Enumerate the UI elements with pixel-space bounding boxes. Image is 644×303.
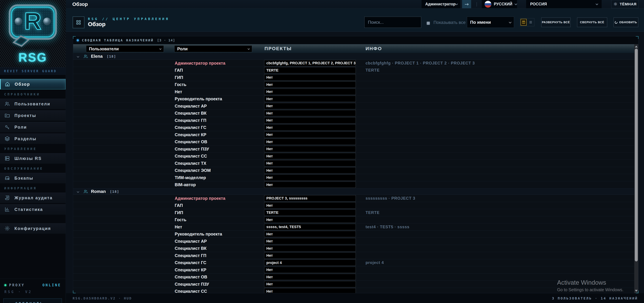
sidebar-item-gateways[interactable]: Шлюзы RS [0,153,66,164]
role-assignment-row: Специалист КРНет [73,266,634,273]
projects-input[interactable]: Нет [264,74,356,81]
panel-corner [636,36,638,39]
role-label: Специалист ПЗУ [175,146,209,151]
role-assignment-row: ГостьНет [73,216,634,223]
projects-input[interactable]: TERTE [264,67,356,73]
role-assignment-row: ГАПНет [73,202,634,209]
projects-input[interactable]: Нет [264,139,356,145]
country-dropdown[interactable]: РОССИЯ [526,0,602,8]
logo-bolt-right [43,18,51,25]
projects-input[interactable]: Нет [264,89,356,95]
role-label: Специалист КР [175,132,206,137]
users-column-dropdown[interactable]: Пользователи [86,46,164,52]
projects-input[interactable]: Нет [264,267,356,273]
role-label: Специалист ЭОМ [175,168,211,173]
search-input[interactable]: Поиск... [364,17,421,28]
breadcrumb: RSG // ЦЕНТР УПРАВЛЕНИЯ [88,17,169,21]
users-icon [4,101,10,107]
projects-input[interactable]: TERTE [264,209,356,216]
role-label: Специалист ГП [175,253,206,258]
info-column-header: ИНФО [366,46,382,51]
projects-input[interactable]: Нет [264,174,356,181]
projects-input[interactable]: Нет [264,274,356,280]
chevron-down-icon [77,190,79,193]
projects-input[interactable]: Нет [264,131,356,138]
list-view-toggle[interactable] [528,19,534,26]
role-assignment-row: Специалист ВКНет [73,245,634,252]
role-label: Специалист ГС [175,125,206,130]
topbar: Обзор Администратор → РУССКИЙ РОССИЯ ☼ Т… [66,0,644,9]
projects-input[interactable]: Нет [264,103,356,109]
refresh-button[interactable]: ОБНОВИТЬ [614,18,638,27]
expand-all-button[interactable]: РАЗВЕРНУТЬ ВСЁ [541,18,570,27]
show-all-checkbox[interactable] [426,22,430,25]
sidebar-item-backups[interactable]: Бэкапы [0,173,66,183]
user-menu-dropdown[interactable]: Администратор [422,0,460,8]
user-role-count-badge: [18] [106,54,116,58]
server-icon [4,156,10,161]
role-assignment-row: Специалист ГПНет [73,117,634,124]
table-view-icon [522,20,526,24]
role-assignment-row: Специалист ГПНет [73,252,634,259]
sidebar-item-projects[interactable]: Проекты [0,110,66,121]
chevron-down-icon [77,55,79,57]
app-version: RSG · V2 [0,287,66,294]
role-assignment-row: Специалист ПЗУНет [73,145,634,153]
projects-input[interactable]: Нет [264,124,356,131]
sidebar-collapse-button[interactable]: < СВЕРНУТЬ [3,298,62,303]
role-label: ГИП [175,210,183,215]
user-group-row[interactable]: Roman[18] [73,188,634,195]
role-label: ГАП [175,68,183,73]
sidebar-item-users[interactable]: Пользователи [0,99,66,109]
sidebar-item-sections[interactable]: Разделы [0,134,66,144]
projects-input[interactable]: Нет [264,167,356,174]
projects-input[interactable]: Нет [264,231,356,237]
sidebar-item-stats[interactable]: Статистика [0,204,66,215]
projects-input[interactable]: Нет [264,202,356,209]
projects-input[interactable]: PROJECT 3, sssssssss [264,195,356,201]
role-assignment-row: Специалист ТХНет [73,160,634,167]
projects-input[interactable]: Нет [264,281,356,287]
scrollbar-thumb[interactable] [635,49,638,261]
projects-input[interactable]: project 4 [264,259,356,266]
sort-dropdown[interactable]: По имени [467,17,514,28]
user-group-row[interactable]: Elena[18] [73,53,634,60]
sidebar-item-label: Обзор [15,82,30,87]
chevron-left-icon: < [8,301,12,303]
projects-input[interactable]: Нет [264,252,356,258]
sidebar-item-overview[interactable]: Обзор [0,79,66,89]
role-label: Специалист АР [175,104,207,108]
projects-input[interactable]: Нет [264,182,356,188]
sidebar-item-audit[interactable]: Журнал аудита [0,193,66,203]
projects-input[interactable]: sssss, test4, TEST5 [264,224,356,230]
sidebar-item-label: Бэкапы [14,176,34,181]
sidebar-item-roles[interactable]: Роли [0,122,66,132]
projects-input[interactable]: Нет [264,146,356,152]
projects-input[interactable]: Нет [264,153,356,159]
language-dropdown[interactable]: РУССКИЙ [482,0,517,8]
projects-input[interactable]: Нет [264,82,356,88]
theme-toggle-button[interactable]: ☼ ТЁМНАЯ [611,0,638,8]
projects-input[interactable]: Нет [264,110,356,116]
user-name: Roman [91,189,106,194]
projects-input[interactable]: Нет [264,245,356,251]
brand-subtitle: REVIT SERVER GUARD [0,67,66,75]
projects-input[interactable]: cbcbfgfghfg, PROJECT 1, PROJECT 2, PROJE… [264,60,356,66]
logout-button[interactable]: → [462,0,471,8]
role-label: Специалист ГП [175,118,206,123]
collapse-all-button[interactable]: СВЕРНУТЬ ВСЁ [577,18,607,27]
projects-input[interactable]: Нет [264,160,356,166]
sidebar-item-config[interactable]: Конфигурация [0,223,66,234]
roles-column-dropdown[interactable]: Роли [174,46,252,52]
panel-title: СВОДНАЯ ТАБЛИЦА НАЗНАЧЕНИЙ [82,38,154,42]
role-assignment-row: Руководитель проектаНет [73,231,634,238]
projects-input[interactable]: Нет [264,288,356,293]
table-scrollbar[interactable] [634,44,638,293]
table-view-toggle[interactable] [520,19,527,26]
projects-input[interactable]: Нет [264,96,356,102]
scroll-up-arrow[interactable] [635,46,638,48]
projects-input[interactable]: Нет [264,238,356,244]
projects-input[interactable]: Нет [264,217,356,223]
apps-grid-button[interactable] [73,17,84,28]
projects-input[interactable]: Нет [264,117,356,123]
